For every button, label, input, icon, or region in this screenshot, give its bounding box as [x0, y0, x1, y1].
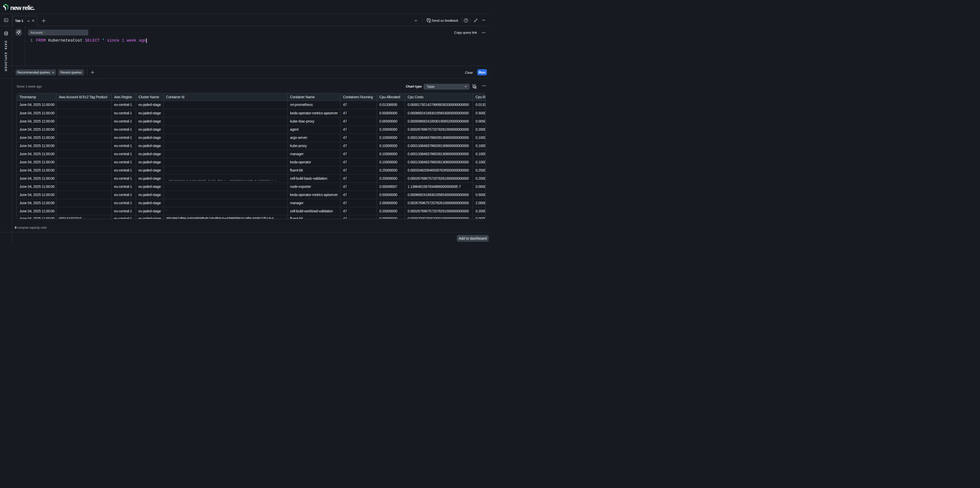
- svg-text:?: ?: [465, 19, 467, 22]
